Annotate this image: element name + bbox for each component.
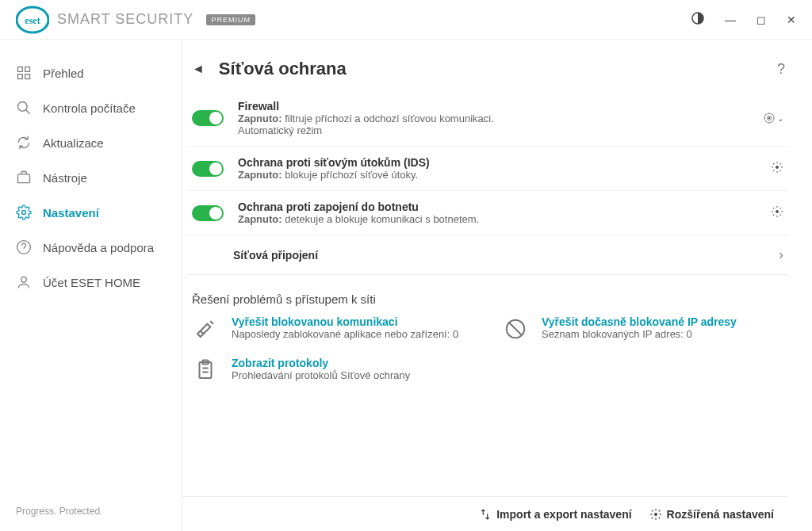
botnet-toggle[interactable] [192,205,224,221]
maximize-button[interactable]: ◻ [756,13,766,26]
back-arrow-icon[interactable]: ◄ [192,62,205,76]
help-icon [16,239,32,255]
sidebar-item-scan[interactable]: Kontrola počítače [0,90,182,125]
ids-toggle[interactable] [192,161,224,177]
trouble-sub: Seznam blokovaných IP adres: 0 [542,328,737,340]
import-export-icon [479,508,492,521]
briefcase-icon [16,170,32,185]
setting-extra: Automatický režim [238,124,494,136]
troubleshoot-grid: Vyřešit blokovanou komunikaci Naposledy … [187,315,788,384]
setting-sub: Zapnuto: filtruje příchozí a odchozí síť… [238,113,494,124]
svg-rect-3 [18,67,23,72]
sidebar-item-label: Kontrola počítače [43,101,136,115]
svg-point-11 [17,241,31,254]
gear-small-icon [649,508,662,521]
help-question-icon[interactable]: ? [777,61,788,78]
svg-line-8 [26,110,30,114]
logo-wrap: eset SMART SECURITY PREMIUM [16,3,255,36]
setting-sub: Zapnuto: blokuje příchozí síťové útoky. [238,169,430,181]
svg-point-14 [768,117,771,120]
svg-rect-5 [18,74,23,79]
main-panel: ◄ Síťová ochrana ? Firewall Zapnuto: fil… [182,40,812,531]
page-title: Síťová ochrana [219,59,347,79]
trouble-link[interactable]: Vyřešit blokovanou komunikaci [232,315,458,328]
trouble-blocked-ips: Vyřešit dočasně blokované IP adresy Sezn… [502,315,788,342]
svg-point-13 [21,277,27,282]
trouble-blocked-comm: Vyřešit blokovanou komunikaci Naposledy … [192,315,478,342]
brand-text: SMART SECURITY [57,11,193,28]
window-controls: ― ◻ ✕ [691,12,804,27]
sidebar-item-label: Nástroje [43,171,87,185]
refresh-icon [16,135,32,151]
sidebar-item-label: Účet ESET HOME [43,276,140,289]
overview-icon [16,65,32,81]
setting-ids: Ochrana proti síťovým útokům (IDS) Zapnu… [187,147,788,191]
search-icon [16,100,32,116]
sidebar-item-label: Přehled [43,67,84,80]
ids-gear-icon[interactable] [771,161,783,176]
sidebar-item-label: Aktualizace [43,136,104,150]
import-export-link[interactable]: Import a export nastavení [479,508,631,521]
setting-title: Ochrana proti síťovým útokům (IDS) [238,156,430,169]
svg-point-7 [18,102,28,112]
bottom-bar: Import a export nastavení Rozšířená nast… [182,496,788,531]
close-button[interactable]: ✕ [787,13,796,26]
premium-badge: PREMIUM [206,14,255,25]
svg-point-15 [776,166,779,169]
svg-point-10 [22,211,26,215]
app-header: eset SMART SECURITY PREMIUM ― ◻ ✕ [0,0,812,40]
setting-botnet: Ochrana proti zapojení do botnetu Zapnut… [187,191,788,235]
ban-icon [502,315,529,342]
brand-prefix: SMART [57,11,115,27]
sidebar-item-update[interactable]: Aktualizace [0,125,182,160]
trouble-link[interactable]: Vyřešit dočasně blokované IP adresy [542,315,737,328]
sidebar: Přehled Kontrola počítače Aktualizace Ná… [0,40,182,531]
eset-logo-icon: eset [16,3,49,36]
botnet-gear-icon[interactable] [771,205,783,220]
svg-rect-4 [25,67,30,72]
clipboard-icon [192,357,219,384]
setting-sub: Zapnuto: detekuje a blokuje komunikaci s… [238,213,479,225]
chevron-down-icon: ⌄ [777,114,783,123]
svg-rect-9 [18,174,30,183]
firewall-toggle[interactable] [192,110,224,126]
brand-suffix: SECURITY [115,11,193,27]
wrench-icon [192,315,219,342]
trouble-sub: Naposledy zablokované aplikace nebo zaří… [232,328,458,340]
advanced-settings-link[interactable]: Rozšířená nastavení [649,508,774,521]
nav-row-title: Síťová připojení [233,249,318,262]
sidebar-item-label: Nápověda a podpora [43,241,154,254]
user-icon [16,274,32,290]
sidebar-item-tools[interactable]: Nástroje [0,160,182,195]
sidebar-item-help[interactable]: Nápověda a podpora [0,230,182,265]
setting-firewall: Firewall Zapnuto: filtruje příchozí a od… [187,90,788,147]
setting-title: Firewall [238,100,494,113]
svg-rect-6 [25,74,30,79]
trouble-logs: Zobrazit protokoly Prohledávání protokol… [192,357,478,384]
minimize-button[interactable]: ― [725,13,736,26]
svg-text:eset: eset [25,15,40,26]
svg-point-23 [654,513,657,516]
svg-line-18 [510,323,522,335]
sidebar-item-settings[interactable]: Nastavení [0,195,182,230]
sidebar-item-overview[interactable]: Přehled [0,55,182,90]
sidebar-item-label: Nastavení [43,206,99,220]
network-connections-row[interactable]: Síťová připojení › [187,235,788,275]
sidebar-footer: Progress. Protected. [0,491,182,531]
contrast-icon[interactable] [691,12,704,27]
gear-icon [16,204,32,220]
chevron-right-icon: › [779,246,783,263]
svg-point-16 [776,210,779,213]
setting-title: Ochrana proti zapojení do botnetu [238,201,479,213]
sidebar-item-account[interactable]: Účet ESET HOME [0,265,182,300]
trouble-sub: Prohledávání protokolů Síťové ochrany [232,369,410,381]
firewall-gear-dropdown[interactable]: ⌄ [763,112,783,124]
troubleshoot-heading: Řešení problémů s přístupem k síti [192,292,788,306]
trouble-link[interactable]: Zobrazit protokoly [232,357,410,369]
